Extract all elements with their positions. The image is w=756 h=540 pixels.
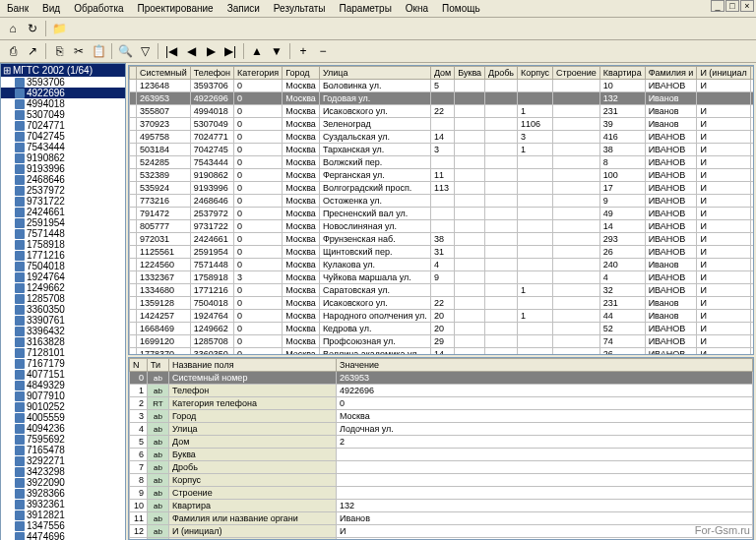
filter-icon[interactable]: ▽ [136,42,154,60]
column-header[interactable]: О (инициал [750,67,754,80]
table-row[interactable]: 112556125919540МоскваЩинтовский пер.3126… [130,246,755,259]
tree-item[interactable]: 4922696 [1,88,125,98]
home-icon[interactable]: ⌂ [4,20,22,37]
export-icon[interactable]: ↗ [24,42,41,60]
tree-item[interactable]: 7167179 [1,358,125,369]
tree-item[interactable]: 3390761 [1,315,125,326]
prev-icon[interactable]: ◀ [182,42,200,60]
tree-item[interactable]: 2424661 [1,207,125,217]
tree-item[interactable]: 7165478 [1,445,125,455]
column-header[interactable]: Дробь [485,67,518,80]
column-header[interactable]: Дом [430,67,454,80]
paste-icon[interactable]: 📋 [90,42,107,60]
detail-row[interactable]: 10abКвартира132 [130,500,753,512]
tree-item[interactable]: 3593706 [1,77,125,88]
detail-row[interactable]: 8abКорпус [130,474,753,487]
table-row[interactable]: 79147225379720МоскваПресненский вал ул.4… [130,208,755,220]
find-icon[interactable]: 🔍 [116,42,134,60]
cut-icon[interactable]: ✂ [70,42,88,60]
sidebar-tree[interactable]: ⊞ МГТС 2002 (1/64) 359370649226964994018… [0,63,126,540]
column-header[interactable]: Телефон [190,67,233,80]
detail-col[interactable]: Название поля [169,359,337,372]
table-row[interactable]: 49575870247710МоскваСуздальская ул.14341… [130,131,755,144]
tree-root[interactable]: ⊞ МГТС 2002 (1/64) [1,64,125,77]
tree-item[interactable]: 4094236 [1,423,125,434]
column-header[interactable]: Корпус [518,67,553,80]
detail-row[interactable]: 4abУлицаЛодочная ул. [130,423,753,436]
table-row[interactable]: 35580749940180МоскваИсаковского ул.22123… [130,105,755,118]
tree-item[interactable]: 4849329 [1,380,125,390]
table-row[interactable]: 37092353070490МоскваЗеленоград110639Иван… [130,118,755,131]
tree-item[interactable]: 4994018 [1,98,125,109]
column-header[interactable]: Категория [234,67,283,80]
detail-row[interactable]: 6abБуква [130,449,753,461]
tree-item[interactable]: 9010252 [1,401,125,412]
column-header[interactable]: Фамилия и [645,67,697,80]
tree-item[interactable]: 7504018 [1,261,125,271]
menu-Обработка[interactable]: Обработка [71,2,126,15]
tree-item[interactable]: 9731722 [1,196,125,207]
sort-asc-icon[interactable]: ▲ [248,42,266,60]
detail-col[interactable]: N [130,359,148,372]
column-header[interactable]: Буква [455,67,485,80]
tree-item[interactable]: 9193996 [1,163,125,174]
table-row[interactable]: 169912012857080МоскваПрофсоюзная ул.2974… [130,335,755,348]
tree-item[interactable]: 2468646 [1,174,125,185]
detail-row[interactable]: 1abТелефон4922696 [130,385,753,397]
detail-row[interactable]: 2RTКатегория телефона0 [130,397,753,410]
column-header[interactable]: Системный [137,67,191,80]
table-row[interactable]: 97203124246610МоскваФрунзенская наб.3829… [130,233,755,246]
tree-item[interactable]: 3922090 [1,477,125,488]
refresh-icon[interactable]: ↻ [24,20,41,37]
tree-item[interactable]: 9190862 [1,152,125,163]
table-row[interactable]: 133468017712160МоскваСаратовская ул.132И… [130,284,755,297]
tree-item[interactable]: 3423298 [1,466,125,477]
tree-item[interactable]: 3928366 [1,488,125,499]
copy-icon[interactable]: ⎘ [50,42,68,60]
table-row[interactable]: 77321624686460МоскваОстоженка ул.9ИВАНОВ… [130,195,755,208]
tree-item[interactable]: 4077151 [1,369,125,380]
tree-item[interactable]: 1924764 [1,271,125,282]
tree-item[interactable]: 1771216 [1,250,125,261]
next-icon[interactable]: ▶ [202,42,220,60]
max-btn[interactable]: □ [725,0,739,12]
print-icon[interactable]: ⎙ [4,42,22,60]
tree-item[interactable]: 3163828 [1,336,125,347]
menu-Окна[interactable]: Окна [403,2,431,15]
table-row[interactable]: 135912875040180МоскваИсаковского ул.2223… [130,297,755,310]
tree-item[interactable]: 7543444 [1,142,125,152]
column-header[interactable]: И (инициал [697,67,750,80]
detail-col[interactable]: Значение [337,359,753,372]
tree-item[interactable]: 7024771 [1,120,125,131]
del-icon[interactable]: − [314,42,332,60]
table-row[interactable]: 26395349226960МоскваГодовая ул.132Иванов… [130,92,755,105]
menu-Результаты[interactable]: Результаты [271,2,329,15]
tree-item[interactable]: 2591954 [1,217,125,228]
menu-Банк[interactable]: Банк [4,2,32,15]
column-header[interactable]: Город [283,67,320,80]
column-header[interactable]: Строение [553,67,600,80]
table-row[interactable]: 52428575434440МоскваВолжский пер.8ИВАНОВ… [130,156,755,169]
menu-Параметры[interactable]: Параметры [337,2,395,15]
menu-Вид[interactable]: Вид [39,2,63,15]
tree-item[interactable]: 4005559 [1,412,125,423]
table-row[interactable]: 177837033603500МоскваВоллина академика у… [130,348,755,356]
detail-grid[interactable]: NТиНазвание поляЗначение0abСистемный ном… [128,357,754,540]
tree-item[interactable]: 1347556 [1,520,125,531]
tree-item[interactable]: 4474696 [1,531,125,540]
table-row[interactable]: 80577797317220МоскваНовослиняная ул.14ИВ… [130,220,755,233]
menu-Записи[interactable]: Записи [224,2,263,15]
column-header[interactable]: Улица [319,67,430,80]
table-row[interactable]: 142425719247640МоскваНародного ополчения… [130,310,755,323]
tree-item[interactable]: 7042745 [1,131,125,142]
tree-item[interactable]: 7571448 [1,228,125,239]
tree-item[interactable]: 3360350 [1,304,125,315]
menu-Помощь[interactable]: Помощь [439,2,483,15]
detail-row[interactable]: 12abИ (инициал)И [130,525,753,538]
tree-item[interactable]: 2537972 [1,185,125,196]
tree-item[interactable]: 1285708 [1,293,125,304]
folder-icon[interactable]: 📁 [50,20,68,37]
add-icon[interactable]: + [294,42,312,60]
tree-item[interactable]: 9077910 [1,390,125,401]
table-row[interactable]: 133236717589183МоскваЧуйкова маршала ул.… [130,271,755,284]
